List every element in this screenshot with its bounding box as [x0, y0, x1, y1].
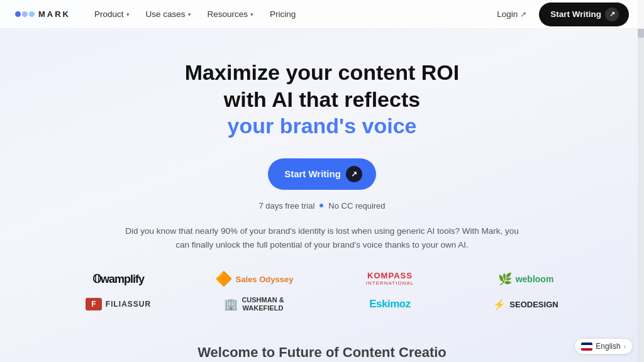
language-label: English — [596, 342, 620, 351]
start-writing-nav-button[interactable]: Start Writing ↗ — [539, 3, 629, 26]
arrow-icon: ↗ — [605, 8, 619, 21]
brand-name: MARK — [38, 9, 70, 19]
chevron-down-icon: ▾ — [188, 11, 191, 18]
list-item: Eskimoz — [322, 296, 458, 312]
logo-icon — [15, 11, 35, 17]
building-icon: 🏢 — [224, 297, 238, 311]
logos-section: 𝕆wamplify 🔶 Sales Odyssey KOMPASS INTERN… — [0, 271, 644, 312]
hero-sub-info: 7 days free trial No CC required — [258, 201, 385, 211]
hero-title: Maximize your content ROI with AI that r… — [185, 59, 459, 140]
nav-links: Product ▾ Use cases ▾ Resources ▾ Pricin… — [88, 6, 491, 23]
separator-dot — [319, 204, 323, 207]
flame-icon: 🔶 — [215, 271, 232, 287]
list-item: 🔶 Sales Odyssey — [186, 271, 322, 287]
login-button[interactable]: Login ↗ — [491, 6, 533, 23]
filiassur-icon: F — [86, 298, 102, 310]
bottom-section-peek: Welcome to Future of Content Creatio — [0, 344, 644, 362]
lightning-icon: ⚡ — [493, 299, 506, 310]
list-item: 𝕆wamplify — [50, 271, 186, 287]
logo-dot-2 — [22, 11, 28, 17]
logo-dot-3 — [29, 11, 35, 17]
language-selector[interactable]: English › — [574, 338, 633, 354]
brand-webloom: 🌿 webloom — [498, 272, 554, 286]
flag-icon — [581, 343, 592, 351]
brand-seodesign: ⚡ SEODESIGN — [493, 299, 558, 310]
brand-sales-odyssey: 🔶 Sales Odyssey — [215, 271, 294, 287]
list-item: 🏢 CUSHMAN &WAKEFIELD — [186, 296, 322, 312]
nav-item-resources[interactable]: Resources ▾ — [201, 6, 260, 23]
start-writing-hero-button[interactable]: Start Writing ↗ — [268, 158, 376, 190]
list-item: 🌿 webloom — [458, 271, 594, 287]
logo-dot-1 — [15, 11, 21, 17]
list-item: ⚡ SEODESIGN — [458, 296, 594, 312]
nav-item-use-cases[interactable]: Use cases ▾ — [140, 6, 197, 23]
list-item: KOMPASS INTERNATIONAL — [322, 271, 458, 287]
brand-kompass: KOMPASS INTERNATIONAL — [366, 272, 414, 286]
external-link-icon: ↗ — [520, 10, 526, 19]
chevron-down-icon: ▾ — [126, 11, 130, 18]
brand-filiassur: F FILIASSUR — [86, 298, 151, 310]
brand-owamplify: 𝕆wamplify — [92, 272, 144, 286]
leaf-icon: 🌿 — [498, 272, 512, 286]
chevron-down-icon: ▾ — [250, 11, 253, 18]
chevron-right-icon: › — [624, 343, 626, 350]
nav-item-pricing[interactable]: Pricing — [264, 6, 302, 23]
logo[interactable]: MARK — [15, 9, 70, 19]
nav-item-product[interactable]: Product ▾ — [88, 6, 136, 23]
hero-description: Did you know that nearly 90% of your bra… — [121, 224, 523, 253]
brand-cushman: 🏢 CUSHMAN &WAKEFIELD — [224, 296, 284, 312]
nav-right: Login ↗ Start Writing ↗ — [491, 3, 629, 26]
logos-grid: 𝕆wamplify 🔶 Sales Odyssey KOMPASS INTERN… — [50, 271, 594, 312]
list-item: F FILIASSUR — [50, 296, 186, 312]
scrollbar[interactable] — [638, 0, 644, 362]
hero-section: Maximize your content ROI with AI that r… — [0, 29, 644, 252]
hero-title-accent: your brand's voice — [228, 114, 417, 138]
arrow-icon: ↗ — [346, 166, 362, 182]
navbar: MARK Product ▾ Use cases ▾ Resources ▾ P… — [0, 0, 644, 29]
brand-eskimoz: Eskimoz — [369, 298, 410, 310]
